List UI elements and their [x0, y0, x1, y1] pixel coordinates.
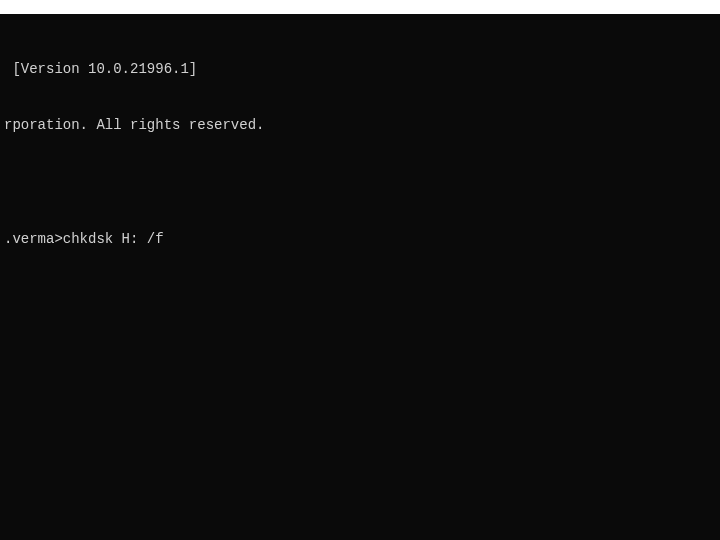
banner-rights-line: rporation. All rights reserved. — [4, 116, 716, 135]
terminal-pane[interactable]: [Version 10.0.21996.1] rporation. All ri… — [0, 14, 720, 540]
window-titlebar[interactable] — [0, 0, 720, 14]
banner-version-line: [Version 10.0.21996.1] — [4, 60, 716, 79]
terminal-prompt: .verma> — [4, 230, 63, 249]
prompt-line: .verma>chkdsk H: /f — [4, 230, 716, 249]
blank-line — [4, 173, 716, 192]
terminal-command: chkdsk H: /f — [63, 230, 164, 249]
